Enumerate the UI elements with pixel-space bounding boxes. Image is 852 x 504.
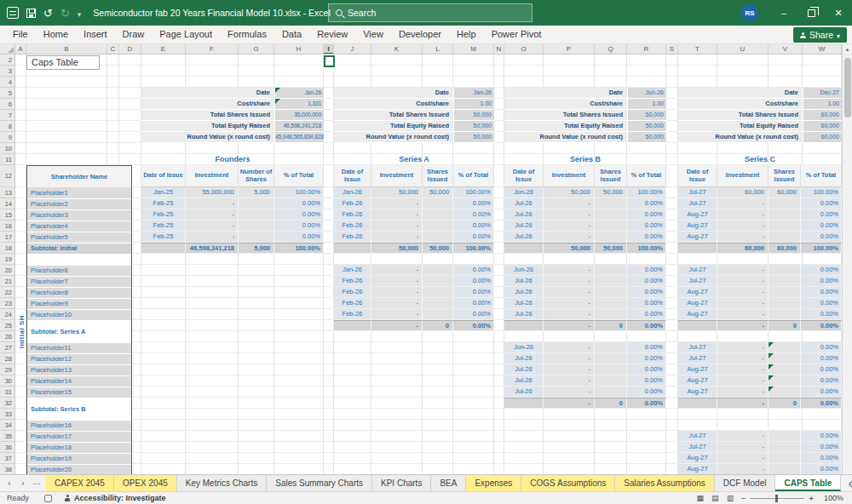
zoom-level[interactable]: 100%	[821, 494, 843, 502]
cell[interactable]: 0.00%	[274, 198, 324, 209]
ribbon-tab-home[interactable]: Home	[36, 26, 76, 43]
row-header-26[interactable]: 26	[0, 331, 14, 342]
column-header-cell[interactable]: Date of Issue	[678, 165, 717, 186]
cell[interactable]	[595, 364, 627, 375]
cell[interactable]: -	[371, 220, 423, 232]
cell[interactable]: -	[717, 265, 769, 276]
cell[interactable]: 1.00	[803, 99, 842, 109]
row-header-24[interactable]: 24	[0, 309, 14, 320]
cell[interactable]: -	[717, 364, 769, 375]
row-header-32[interactable]: 32	[0, 398, 14, 409]
cell[interactable]: Aug-27	[678, 464, 717, 474]
cell[interactable]	[504, 320, 544, 331]
sheet-tab-key-metrics-charts[interactable]: Key Metrics Charts	[177, 475, 267, 491]
cell[interactable]: 50,000	[453, 132, 494, 142]
cell[interactable]: 60,000	[717, 243, 769, 254]
cell[interactable]: -	[186, 220, 239, 232]
cell[interactable]: 0.00%	[801, 198, 842, 209]
row-header-37[interactable]: 37	[0, 453, 14, 464]
cell[interactable]	[769, 364, 801, 375]
cell[interactable]: Jul-27	[678, 187, 717, 198]
column-header-G[interactable]: G	[239, 44, 274, 54]
cell[interactable]: 0.00%	[274, 232, 324, 243]
cell[interactable]: Jul-27	[678, 431, 717, 442]
cell[interactable]: 50,000	[595, 187, 627, 198]
macro-record-icon[interactable]	[44, 495, 52, 502]
cell[interactable]: Jul-26	[504, 220, 544, 232]
cell[interactable]: -	[717, 209, 769, 220]
page-title[interactable]: Caps Table	[26, 55, 100, 70]
column-header-cell[interactable]: Shares Issued	[769, 165, 801, 186]
cell[interactable]: 0.00%	[627, 298, 666, 309]
cell[interactable]: -	[544, 353, 595, 364]
cell[interactable]: 5,000	[239, 187, 274, 198]
cell[interactable]: Round Value (x round cost)	[334, 132, 453, 142]
cell[interactable]: 0.00%	[274, 220, 324, 232]
cell[interactable]: Feb-25	[141, 220, 186, 232]
cell[interactable]: Placeholder6	[27, 266, 131, 277]
column-header-F[interactable]: F	[186, 44, 239, 54]
cell[interactable]: Jan-26	[334, 265, 371, 276]
cell[interactable]	[423, 287, 453, 298]
column-header-cell[interactable]: Investment	[186, 165, 239, 186]
cell[interactable]: Jul-26	[504, 375, 544, 387]
sheet-tab-salaries-assumptions[interactable]: Salaries Assumptions	[615, 475, 715, 491]
cell[interactable]: Total Equity Raised	[504, 121, 627, 131]
column-header-cell[interactable]: % of Total	[274, 165, 324, 186]
cell[interactable]: -	[544, 309, 595, 320]
cell[interactable]: Jan-26	[334, 187, 371, 198]
cell[interactable]: Date	[334, 88, 453, 98]
prev-sheet-icon[interactable]	[3, 478, 15, 488]
cell[interactable]: 0.00%	[627, 320, 666, 331]
cell[interactable]: 0.00%	[453, 232, 494, 243]
cell[interactable]: Total Shares Issued	[678, 110, 803, 120]
cell[interactable]: 55,000,000	[186, 187, 239, 198]
cell[interactable]: 0.00%	[453, 320, 494, 331]
cell[interactable]: 60,000	[717, 187, 769, 198]
cell[interactable]	[595, 387, 627, 398]
cell[interactable]: 1.00	[453, 99, 494, 109]
cell[interactable]: -	[717, 309, 769, 320]
cell[interactable]: Feb-26	[334, 209, 371, 220]
cell[interactable]: Aug-27	[678, 209, 717, 220]
cell[interactable]: 1.00	[627, 99, 666, 109]
cell[interactable]: Aug-27	[678, 364, 717, 375]
column-header-V[interactable]: V	[769, 44, 803, 54]
cell[interactable]: Jan-26	[453, 88, 494, 98]
cell[interactable]: Jul-26	[504, 387, 544, 398]
cell[interactable]	[239, 220, 274, 232]
avatar[interactable]: RS	[741, 4, 758, 21]
cell[interactable]	[769, 276, 801, 287]
row-header-21[interactable]: 21	[0, 276, 14, 287]
cell[interactable]: 0.00%	[453, 265, 494, 276]
cell[interactable]: 0.00%	[801, 364, 842, 375]
column-header-K[interactable]: K	[371, 44, 423, 54]
cell[interactable]: Feb-25	[141, 209, 186, 220]
cell[interactable]: -	[544, 398, 595, 409]
cell[interactable]	[595, 232, 627, 243]
cell[interactable]: Total Shares Issued	[141, 110, 274, 120]
row-header-27[interactable]: 27	[0, 342, 14, 353]
cell[interactable]	[595, 353, 627, 364]
row-header-33[interactable]: 33	[0, 409, 14, 420]
cell[interactable]: Feb-25	[141, 232, 186, 243]
cell[interactable]: 0.00%	[627, 232, 666, 243]
cell[interactable]: Total Shares Issued	[504, 110, 627, 120]
cell[interactable]: 50,000	[371, 243, 423, 254]
cell[interactable]: 0.00%	[801, 320, 842, 331]
cell[interactable]: 100.00%	[627, 243, 666, 254]
cell[interactable]	[595, 342, 627, 353]
cell[interactable]: 0.00%	[801, 375, 842, 387]
cell[interactable]: Placeholder13	[27, 365, 131, 376]
cell[interactable]: 0.00%	[274, 209, 324, 220]
cell[interactable]: 0.00%	[627, 265, 666, 276]
cell[interactable]: 5,000	[239, 243, 274, 254]
cell[interactable]: Jul-27	[678, 353, 717, 364]
row-header-3[interactable]: 3	[0, 66, 14, 77]
cell[interactable]: 0.00%	[453, 198, 494, 209]
cell[interactable]: 50,000	[423, 243, 453, 254]
vertical-scrollbar[interactable]: ▲	[842, 44, 852, 474]
cell[interactable]: -	[371, 309, 423, 320]
cell[interactable]	[239, 209, 274, 220]
cell[interactable]: 60,000	[803, 110, 842, 120]
